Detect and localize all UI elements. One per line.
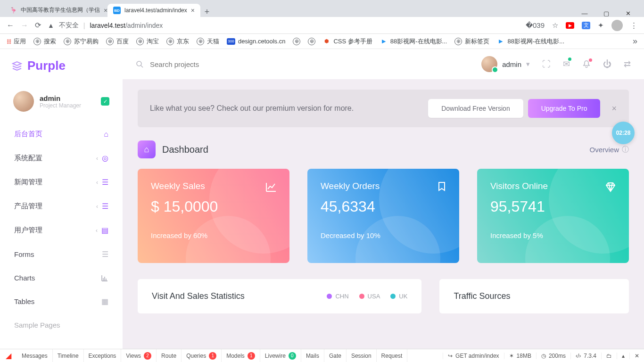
nav-products[interactable]: 产品管理 ‹ ☰ (6, 194, 117, 218)
bookmark-item[interactable]: ⊕天猫 (197, 37, 219, 46)
close-banner-icon[interactable]: × (611, 104, 617, 114)
card-title: Visitors Online (490, 181, 616, 191)
list-icon: ☰ (102, 178, 108, 187)
clock-icon: ◷ (541, 353, 546, 359)
youtube-icon[interactable]: ▶ (566, 22, 574, 29)
dbg-session[interactable]: Session (347, 349, 377, 362)
nav-system-config[interactable]: 系统配置 ‹ ◎ (6, 146, 117, 170)
bookmark-item[interactable]: ⊕淘宝 (136, 37, 159, 46)
dbg-timeline[interactable]: Timeline (53, 349, 84, 362)
user-menu[interactable]: admin ▾ (481, 56, 530, 72)
star-icon[interactable]: ☆ (552, 21, 558, 30)
search-input[interactable] (150, 60, 272, 68)
new-tab-button[interactable]: + (200, 7, 214, 17)
profile-icon[interactable] (611, 20, 623, 31)
apps-grid-icon: ⁞⁞⁞ (7, 38, 11, 45)
dbg-queries[interactable]: Queries1 (182, 349, 222, 362)
stat-card-visitors[interactable]: Visitors Online 95,5741 Increased by 5% (477, 169, 629, 263)
globe-icon: ⊕ (106, 38, 114, 45)
dbg-models[interactable]: Models1 (222, 349, 260, 362)
browser-tab[interactable]: 🦩 中国高等教育学生信息网（学信 × (4, 3, 107, 17)
chevron-down-icon: ▾ (526, 60, 530, 68)
bookmark-item[interactable]: ⊕ (293, 38, 300, 45)
dbg-folder-icon[interactable]: 🗀 (601, 353, 617, 359)
bookmark-item[interactable]: ▶88影视网-在线电影... (497, 37, 564, 46)
fullscreen-icon[interactable]: ⛶ (542, 59, 551, 69)
dbg-current-route[interactable]: ↪GET admin/index (443, 353, 504, 359)
dbg-collapse-icon[interactable]: ▴ (617, 353, 629, 359)
dbg-php[interactable]: ‹/›7.3.4 (570, 353, 601, 359)
chart-icon (101, 274, 108, 282)
nav-tables[interactable]: Tables ▦ (6, 289, 117, 313)
close-icon[interactable]: × (191, 7, 195, 14)
nav-charts[interactable]: Charts (6, 266, 117, 289)
svg-point-0 (137, 61, 141, 66)
traffic-sources-panel: Traffic Sources (439, 279, 629, 313)
globe-icon: ⊕ (64, 38, 71, 45)
dbg-memory[interactable]: ✶18MB (504, 353, 536, 359)
menu-icon[interactable]: ⋮ (630, 21, 637, 30)
dbg-views[interactable]: Views2 (121, 349, 157, 362)
mail-icon[interactable]: ✉ (563, 59, 570, 69)
overview-link[interactable]: Overview ⓘ (589, 145, 629, 154)
bookmark-item[interactable]: 300design.cetools.cn (227, 38, 285, 45)
legend-item[interactable]: USA (359, 293, 380, 300)
nav-forms[interactable]: Forms ☰ (6, 242, 117, 266)
user-name: admin (502, 60, 521, 68)
bookmark-item[interactable]: ▶88影视网-在线电影... (380, 37, 447, 46)
download-button[interactable]: Download Free Version (428, 99, 523, 118)
bookmark-item[interactable]: ⊕苏宁易购 (64, 37, 99, 46)
dbg-close-icon[interactable]: ✕ (629, 353, 644, 359)
dbg-mails[interactable]: Mails (301, 349, 324, 362)
bookmark-item[interactable]: ⬢CSS 参考手册 (323, 37, 372, 46)
key-icon[interactable]: �039 (526, 21, 545, 30)
reload-icon[interactable]: ⟳ (35, 21, 41, 30)
bookmark-item[interactable]: ⊕京东 (166, 37, 189, 46)
brand[interactable]: Purple (0, 49, 123, 82)
forward-icon[interactable]: → (21, 21, 28, 30)
dbg-exceptions[interactable]: Exceptions (84, 349, 122, 362)
address-bar[interactable]: ▲ 不安全 | laravel4.test/admin/index (48, 21, 163, 30)
window-minimize-icon[interactable]: — (578, 10, 591, 17)
chevron-left-icon: ‹ (96, 227, 98, 234)
tab-title: laravel4.test/admin/index (124, 7, 187, 14)
back-icon[interactable]: ← (7, 21, 14, 30)
url-host: laravel4.test (90, 22, 125, 29)
bookmark-apps[interactable]: ⁞⁞⁞应用 (7, 37, 26, 46)
dbg-route[interactable]: Route (157, 349, 182, 362)
laravel-icon[interactable]: ◢ (0, 351, 17, 360)
legend-item[interactable]: CHN (327, 293, 348, 300)
upgrade-button[interactable]: Upgrade To Pro (528, 99, 601, 118)
bookmark-item[interactable]: ⊕新标签页 (454, 37, 489, 46)
bookmark-item[interactable]: ⊕搜索 (33, 37, 56, 46)
window-maximize-icon[interactable]: ▢ (600, 10, 613, 17)
sidebar-profile[interactable]: admin Project Manager ✓ (6, 86, 117, 122)
dbg-request[interactable]: Request (377, 349, 408, 362)
nav-dashboard[interactable]: 后台首页 ⌂ (6, 122, 117, 146)
menu-toggle-icon[interactable]: ⇄ (624, 59, 631, 69)
power-icon[interactable]: ⏻ (603, 59, 611, 69)
dbg-gate[interactable]: Gate (324, 349, 347, 362)
card-delta: Increased by 5% (490, 231, 616, 239)
nav-sample-pages[interactable]: Sample Pages (6, 313, 117, 337)
chevron-left-icon: ‹ (96, 203, 98, 210)
search-icon[interactable] (136, 60, 143, 68)
bell-icon[interactable] (582, 60, 591, 68)
nav-news[interactable]: 新闻管理 ‹ ☰ (6, 170, 117, 194)
dbg-messages[interactable]: Messages (17, 349, 53, 362)
dbg-livewire[interactable]: Livewire0 (260, 349, 301, 362)
panel-title: Traffic Sources (454, 291, 615, 301)
stat-card-orders[interactable]: Weekly Orders 45,6334 Decreased by 10% (307, 169, 459, 263)
browser-tab-active[interactable]: BD laravel4.test/admin/index × (107, 4, 200, 17)
window-close-icon[interactable]: ✕ (621, 10, 635, 17)
translate-icon[interactable]: 文 (582, 22, 590, 29)
legend-item[interactable]: UK (390, 293, 407, 300)
bookmark-item[interactable]: ⊕百度 (106, 37, 129, 46)
bookmark-item[interactable]: ⊕ (308, 38, 315, 45)
bookmarks-overflow-icon[interactable]: » (633, 36, 637, 46)
extensions-icon[interactable]: ✦ (598, 21, 604, 30)
stat-card-sales[interactable]: Weekly Sales $ 15,0000 Increased by 60% (138, 169, 289, 263)
nav-users[interactable]: 用户管理 ‹ ▤ (6, 218, 117, 242)
dbg-time[interactable]: ◷200ms (536, 353, 570, 359)
close-icon[interactable]: × (104, 7, 107, 14)
